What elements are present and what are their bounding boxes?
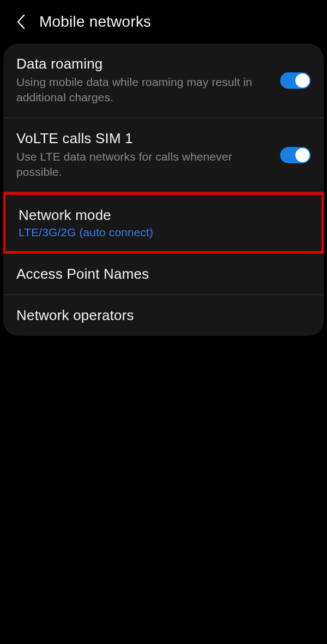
toggle-thumb	[295, 148, 310, 162]
volte-subtitle: Use LTE data networks for calls whenever…	[16, 149, 269, 180]
network-mode-text: Network mode LTE/3G/2G (auto connect)	[19, 207, 308, 239]
page-title: Mobile networks	[39, 13, 151, 30]
volte-text: VoLTE calls SIM 1 Use LTE data networks …	[16, 130, 280, 180]
network-mode-row[interactable]: Network mode LTE/3G/2G (auto connect)	[3, 192, 324, 254]
volte-row[interactable]: VoLTE calls SIM 1 Use LTE data networks …	[3, 118, 324, 193]
data-roaming-toggle[interactable]	[280, 72, 311, 89]
network-mode-title: Network mode	[19, 207, 298, 224]
data-roaming-text: Data roaming Using mobile data while roa…	[16, 56, 280, 106]
volte-title: VoLTE calls SIM 1	[16, 130, 269, 147]
apn-text: Access Point Names	[16, 266, 311, 283]
toggle-thumb	[295, 73, 310, 88]
back-icon[interactable]	[15, 16, 26, 27]
data-roaming-row[interactable]: Data roaming Using mobile data while roa…	[3, 44, 324, 118]
operators-text: Network operators	[16, 307, 311, 324]
apn-title: Access Point Names	[16, 266, 300, 283]
settings-panel: Data roaming Using mobile data while roa…	[3, 44, 324, 336]
header: Mobile networks	[0, 0, 327, 44]
operators-title: Network operators	[16, 307, 300, 324]
volte-toggle[interactable]	[280, 147, 311, 163]
data-roaming-title: Data roaming	[16, 56, 269, 72]
network-mode-value: LTE/3G/2G (auto connect)	[19, 226, 298, 239]
apn-row[interactable]: Access Point Names	[3, 254, 324, 295]
data-roaming-subtitle: Using mobile data while roaming may resu…	[16, 75, 269, 106]
operators-row[interactable]: Network operators	[3, 295, 324, 336]
